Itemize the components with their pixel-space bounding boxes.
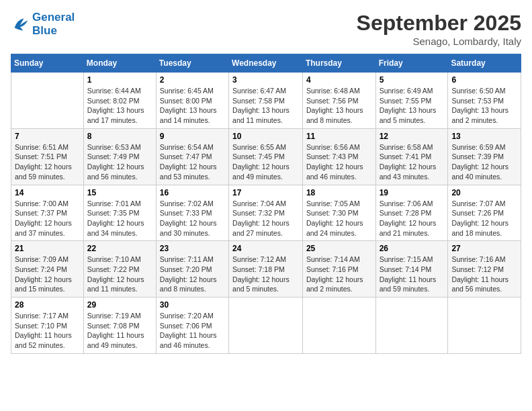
- calendar-cell: 7Sunrise: 6:51 AMSunset: 7:51 PMDaylight…: [11, 128, 84, 185]
- calendar-cell: [302, 298, 375, 354]
- weekday-header-row: SundayMondayTuesdayWednesdayThursdayFrid…: [11, 54, 521, 73]
- day-number: 7: [15, 132, 80, 141]
- calendar-cell: 9Sunrise: 6:54 AMSunset: 7:47 PMDaylight…: [156, 128, 228, 185]
- day-number: 22: [87, 244, 152, 253]
- calendar-cell: 28Sunrise: 7:17 AMSunset: 7:10 PMDayligh…: [11, 298, 84, 354]
- week-row-3: 14Sunrise: 7:00 AMSunset: 7:37 PMDayligh…: [11, 185, 521, 241]
- calendar-cell: 20Sunrise: 7:07 AMSunset: 7:26 PMDayligh…: [448, 185, 521, 241]
- day-number: 8: [87, 132, 152, 141]
- day-info: Sunrise: 6:48 AMSunset: 7:56 PMDaylight:…: [306, 86, 372, 126]
- calendar-cell: 18Sunrise: 7:05 AMSunset: 7:30 PMDayligh…: [302, 185, 375, 241]
- week-row-1: 1Sunrise: 6:44 AMSunset: 8:02 PMDaylight…: [11, 73, 521, 129]
- day-number: 28: [15, 300, 80, 310]
- day-info: Sunrise: 7:17 AMSunset: 7:10 PMDaylight:…: [15, 311, 80, 351]
- day-number: 14: [15, 188, 80, 197]
- day-info: Sunrise: 6:55 AMSunset: 7:45 PMDaylight:…: [232, 142, 299, 182]
- day-number: 25: [306, 244, 372, 253]
- weekday-header-tuesday: Tuesday: [156, 54, 228, 73]
- day-number: 6: [451, 75, 517, 85]
- day-number: 1: [87, 75, 152, 85]
- calendar-cell: 30Sunrise: 7:20 AMSunset: 7:06 PMDayligh…: [156, 298, 228, 354]
- day-info: Sunrise: 6:50 AMSunset: 7:53 PMDaylight:…: [451, 86, 517, 126]
- day-number: 11: [306, 132, 372, 141]
- calendar-cell: 10Sunrise: 6:55 AMSunset: 7:45 PMDayligh…: [229, 128, 303, 185]
- day-info: Sunrise: 7:19 AMSunset: 7:08 PMDaylight:…: [87, 311, 152, 351]
- day-number: 21: [15, 244, 80, 253]
- calendar-cell: 4Sunrise: 6:48 AMSunset: 7:56 PMDaylight…: [302, 73, 375, 129]
- day-number: 15: [87, 188, 152, 197]
- logo-icon: [11, 15, 30, 34]
- calendar-cell: 14Sunrise: 7:00 AMSunset: 7:37 PMDayligh…: [11, 185, 84, 241]
- logo: General Blue: [11, 11, 75, 38]
- calendar-cell: 2Sunrise: 6:45 AMSunset: 8:00 PMDaylight…: [156, 73, 228, 129]
- weekday-header-friday: Friday: [375, 54, 448, 73]
- day-number: 12: [380, 132, 445, 141]
- day-info: Sunrise: 6:59 AMSunset: 7:39 PMDaylight:…: [451, 142, 517, 182]
- calendar-cell: [229, 298, 303, 354]
- day-info: Sunrise: 7:01 AMSunset: 7:35 PMDaylight:…: [87, 199, 152, 238]
- calendar-cell: 17Sunrise: 7:04 AMSunset: 7:32 PMDayligh…: [229, 185, 303, 241]
- week-row-5: 28Sunrise: 7:17 AMSunset: 7:10 PMDayligh…: [11, 298, 521, 354]
- weekday-header-saturday: Saturday: [448, 54, 521, 73]
- day-number: 13: [451, 132, 517, 141]
- weekday-header-sunday: Sunday: [11, 54, 84, 73]
- calendar-cell: 3Sunrise: 6:47 AMSunset: 7:58 PMDaylight…: [229, 73, 303, 129]
- logo-text: General Blue: [32, 11, 75, 38]
- day-info: Sunrise: 6:51 AMSunset: 7:51 PMDaylight:…: [15, 142, 80, 182]
- calendar-cell: 13Sunrise: 6:59 AMSunset: 7:39 PMDayligh…: [448, 128, 521, 185]
- calendar-cell: [375, 298, 448, 354]
- calendar-cell: 16Sunrise: 7:02 AMSunset: 7:33 PMDayligh…: [156, 185, 228, 241]
- calendar-cell: [11, 73, 84, 129]
- day-number: 4: [306, 75, 372, 85]
- day-info: Sunrise: 7:11 AMSunset: 7:20 PMDaylight:…: [160, 255, 225, 294]
- week-row-4: 21Sunrise: 7:09 AMSunset: 7:24 PMDayligh…: [11, 241, 521, 298]
- calendar-cell: 12Sunrise: 6:58 AMSunset: 7:41 PMDayligh…: [375, 128, 448, 185]
- day-info: Sunrise: 6:53 AMSunset: 7:49 PMDaylight:…: [87, 142, 152, 182]
- day-info: Sunrise: 7:12 AMSunset: 7:18 PMDaylight:…: [232, 255, 299, 294]
- day-number: 10: [232, 132, 299, 141]
- day-info: Sunrise: 7:07 AMSunset: 7:26 PMDaylight:…: [451, 199, 517, 238]
- calendar-cell: 1Sunrise: 6:44 AMSunset: 8:02 PMDaylight…: [83, 73, 156, 129]
- calendar-cell: 25Sunrise: 7:14 AMSunset: 7:16 PMDayligh…: [302, 241, 375, 298]
- calendar-cell: 5Sunrise: 6:49 AMSunset: 7:55 PMDaylight…: [375, 73, 448, 129]
- calendar-cell: 19Sunrise: 7:06 AMSunset: 7:28 PMDayligh…: [375, 185, 448, 241]
- day-info: Sunrise: 7:10 AMSunset: 7:22 PMDaylight:…: [87, 255, 152, 294]
- day-number: 24: [232, 244, 299, 253]
- day-info: Sunrise: 7:05 AMSunset: 7:30 PMDaylight:…: [306, 199, 372, 238]
- page-header: General Blue September 2025 Senago, Lomb…: [11, 11, 521, 47]
- day-number: 3: [232, 75, 299, 85]
- day-number: 23: [160, 244, 225, 253]
- day-info: Sunrise: 7:09 AMSunset: 7:24 PMDaylight:…: [15, 255, 80, 294]
- day-info: Sunrise: 7:00 AMSunset: 7:37 PMDaylight:…: [15, 199, 80, 238]
- day-info: Sunrise: 6:58 AMSunset: 7:41 PMDaylight:…: [380, 142, 445, 182]
- day-number: 27: [451, 244, 517, 253]
- day-number: 2: [160, 75, 225, 85]
- day-info: Sunrise: 7:02 AMSunset: 7:33 PMDaylight:…: [160, 199, 225, 238]
- day-info: Sunrise: 6:44 AMSunset: 8:02 PMDaylight:…: [87, 86, 152, 126]
- day-info: Sunrise: 7:16 AMSunset: 7:12 PMDaylight:…: [451, 255, 517, 294]
- location: Senago, Lombardy, Italy: [357, 36, 521, 47]
- day-info: Sunrise: 7:06 AMSunset: 7:28 PMDaylight:…: [380, 199, 445, 238]
- calendar-cell: 23Sunrise: 7:11 AMSunset: 7:20 PMDayligh…: [156, 241, 228, 298]
- weekday-header-monday: Monday: [83, 54, 156, 73]
- week-row-2: 7Sunrise: 6:51 AMSunset: 7:51 PMDaylight…: [11, 128, 521, 185]
- calendar-cell: 26Sunrise: 7:15 AMSunset: 7:14 PMDayligh…: [375, 241, 448, 298]
- weekday-header-thursday: Thursday: [302, 54, 375, 73]
- month-title: September 2025: [357, 11, 521, 36]
- day-number: 5: [380, 75, 445, 85]
- calendar-cell: 8Sunrise: 6:53 AMSunset: 7:49 PMDaylight…: [83, 128, 156, 185]
- day-info: Sunrise: 6:54 AMSunset: 7:47 PMDaylight:…: [160, 142, 225, 182]
- calendar-cell: 27Sunrise: 7:16 AMSunset: 7:12 PMDayligh…: [448, 241, 521, 298]
- day-number: 26: [380, 244, 445, 253]
- day-info: Sunrise: 6:45 AMSunset: 8:00 PMDaylight:…: [160, 86, 225, 126]
- day-info: Sunrise: 6:47 AMSunset: 7:58 PMDaylight:…: [232, 86, 299, 126]
- day-number: 18: [306, 188, 372, 197]
- day-info: Sunrise: 7:04 AMSunset: 7:32 PMDaylight:…: [232, 199, 299, 238]
- day-number: 17: [232, 188, 299, 197]
- day-number: 29: [87, 300, 152, 310]
- day-number: 20: [451, 188, 517, 197]
- calendar-cell: 6Sunrise: 6:50 AMSunset: 7:53 PMDaylight…: [448, 73, 521, 129]
- calendar-cell: 29Sunrise: 7:19 AMSunset: 7:08 PMDayligh…: [83, 298, 156, 354]
- calendar-cell: 22Sunrise: 7:10 AMSunset: 7:22 PMDayligh…: [83, 241, 156, 298]
- day-number: 9: [160, 132, 225, 141]
